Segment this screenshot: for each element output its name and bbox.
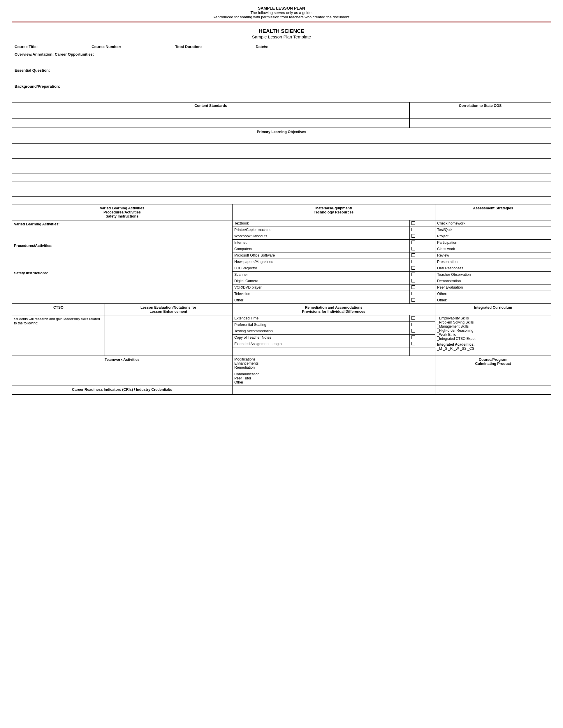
material-item: Textbook (232, 220, 410, 227)
assessment-item: Class work (435, 246, 551, 252)
dates-value[interactable] (270, 44, 314, 49)
remediation-empty (232, 347, 410, 356)
ctso-content: Students will research and gain leadersh… (12, 315, 105, 356)
material-checkbox-4[interactable] (410, 239, 435, 246)
decorative-divider (12, 22, 551, 22)
remediation-item: Extended Time (232, 315, 410, 321)
primary-objectives-header: Primary Learning Objectives (12, 128, 551, 136)
integrated-header: Integrated Curriculum (435, 304, 551, 315)
material-item: Workbook/Handouts (232, 233, 410, 239)
dates-label: Date/s: (256, 45, 268, 49)
essential-question-label: Essential Question: (15, 68, 50, 73)
assessment-item: Other: (435, 297, 551, 304)
material-checkbox-1[interactable] (410, 220, 435, 227)
materials-header: Materials/Equipment/Technology Resources (232, 204, 435, 220)
course-title-label: Course Title: (15, 45, 38, 49)
material-item: LCD Projector (232, 265, 410, 271)
page-title-line1: SAMPLE LESSON PLAN (12, 6, 551, 10)
assessment-item: Review (435, 252, 551, 259)
remediation-checkbox-2[interactable] (410, 321, 435, 328)
remediation-item: Preferential Seating (232, 321, 410, 328)
ctso-header: CTSO (12, 304, 105, 315)
course-number-value[interactable] (123, 44, 158, 49)
course-number-label: Course Number: (91, 45, 121, 49)
material-checkbox-9[interactable] (410, 271, 435, 278)
varied-activities-header: Varied Learning Activities Procedures/Ac… (12, 204, 232, 220)
overview-label: Overview/Annotation: Career Opportunitie… (15, 52, 94, 56)
material-item: Newspapers/Magazines (232, 259, 410, 265)
assessment-item: Demonstration (435, 278, 551, 284)
assessment-item: Check homework (435, 220, 551, 227)
background-label: Background/Preparation: (15, 84, 60, 89)
material-checkbox-8[interactable] (410, 265, 435, 271)
cri-header: Career Readiness Indicators (CRIs) / Ind… (12, 386, 232, 395)
material-item: VCR/DVD player (232, 284, 410, 291)
document-main-title: HEALTH SCIENCE (12, 28, 551, 34)
assessment-header: Assessment Strategies (435, 204, 551, 220)
safety-label: Safety Instructions: (14, 271, 230, 275)
lesson-eval-content[interactable] (105, 315, 232, 356)
remediation-checkbox-3[interactable] (410, 328, 435, 334)
page-subtitle-line3: Reproduced for sharing with permission f… (12, 15, 551, 19)
integrated-content: _Employability Skills _Problem Solving S… (435, 315, 551, 356)
assessment-item: Project (435, 233, 551, 239)
course-program-content[interactable] (435, 371, 551, 386)
material-checkbox-6[interactable] (410, 252, 435, 259)
document-sub-title: Sample Lesson Plan Template (12, 34, 551, 39)
material-checkbox-3[interactable] (410, 233, 435, 239)
correlation-header: Correlation to State COS (410, 102, 551, 109)
content-standards-header: Content Standards (12, 102, 410, 109)
material-item: Television (232, 291, 410, 297)
total-duration-label: Total Duration: (175, 45, 202, 49)
procedures-label: Procedures/Activities: (14, 244, 230, 248)
remediation-checkbox-empty (410, 347, 435, 356)
remediation-header: Remediation and AccomodationsProvisions … (232, 304, 435, 315)
remediation-item: Extended Assignment Length (232, 341, 410, 347)
remediation-item: Testing Accommodation (232, 328, 410, 334)
remediation-checkbox-4[interactable] (410, 334, 435, 341)
assessment-item: Teacher Observation (435, 271, 551, 278)
material-item: Printer/Copier machine (232, 227, 410, 233)
material-checkbox-2[interactable] (410, 227, 435, 233)
teamwork-content[interactable] (12, 371, 232, 386)
modifications-content: Modifications Enhancements Remediation (232, 356, 435, 371)
assessment-item: Test/Quiz (435, 227, 551, 233)
course-title-value[interactable] (39, 44, 74, 49)
material-item: Scanner (232, 271, 410, 278)
varied-label: Varied Learning Activities: (14, 222, 230, 226)
cri-content-mid[interactable] (232, 386, 435, 395)
assessment-item: Oral Responses (435, 265, 551, 271)
remediation-checkbox-1[interactable] (410, 315, 435, 321)
material-item: Computers (232, 246, 410, 252)
assessment-item: Peer Evaluation (435, 284, 551, 291)
material-checkbox-7[interactable] (410, 259, 435, 265)
total-duration-value[interactable] (203, 44, 238, 49)
remediation-checkbox-5[interactable] (410, 341, 435, 347)
teamwork-header: Teamwork Activities (12, 356, 232, 371)
material-checkbox-12[interactable] (410, 291, 435, 297)
assessment-item: Participation (435, 239, 551, 246)
material-item: Microsoft Office Software (232, 252, 410, 259)
course-program-header: Course/Program Culminating Product (435, 356, 551, 371)
material-item: Digital Camera (232, 278, 410, 284)
material-item: Internet (232, 239, 410, 246)
cri-content-right[interactable] (435, 386, 551, 395)
lesson-plan-table: Content Standards Correlation to State C… (12, 102, 551, 395)
material-checkbox-13[interactable] (410, 297, 435, 304)
material-checkbox-10[interactable] (410, 278, 435, 284)
material-item: Other: (232, 297, 410, 304)
material-checkbox-5[interactable] (410, 246, 435, 252)
assessment-item: Presentation (435, 259, 551, 265)
page-subtitle-line2: The following serves only as a guide. (12, 10, 551, 15)
communication-content: Communication Peer Tutor Other (232, 371, 435, 386)
remediation-item: Copy of Teacher Notes (232, 334, 410, 341)
assessment-item: Other: (435, 291, 551, 297)
material-checkbox-11[interactable] (410, 284, 435, 291)
lesson-eval-header: Lesson Evaluation/Notations for Lesson E… (105, 304, 232, 315)
